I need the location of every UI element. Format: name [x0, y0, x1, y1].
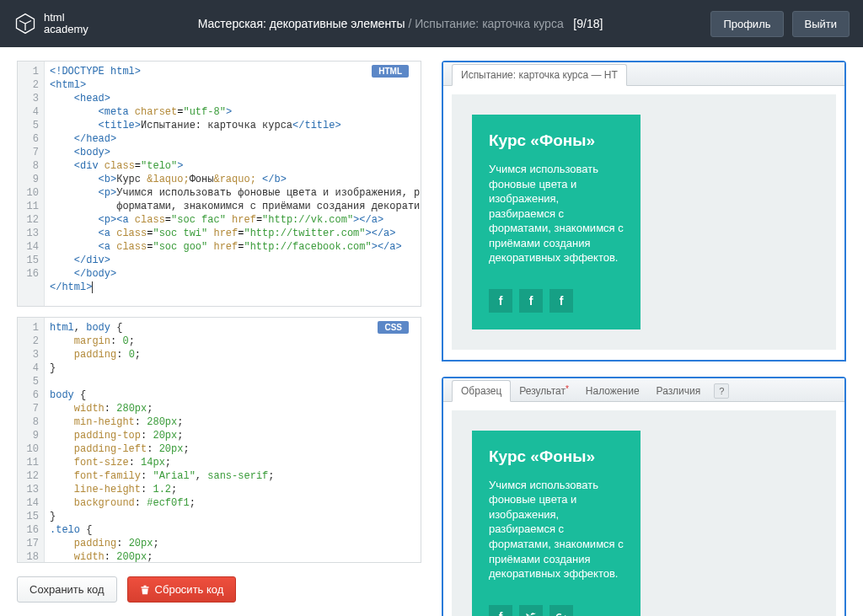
breadcrumb-sub: Испытание: карточка курса: [415, 17, 563, 30]
html-editor[interactable]: HTML 12345678910111213141516 <!DOCTYPE h…: [17, 61, 421, 307]
css-badge: CSS: [378, 321, 409, 334]
tab-result[interactable]: Результат*: [511, 381, 576, 401]
card-title: Курс «Фоны»: [489, 447, 624, 466]
logo-icon: [13, 12, 37, 35]
css-gutter: 123456789101112131415161718192021222324: [18, 318, 45, 562]
twitter-icon[interactable]: [519, 605, 543, 616]
result-body: Курс «Фоны» Учимся использовать фоновые …: [452, 94, 836, 350]
card-text: Учимся использовать фоновые цвета и изоб…: [489, 478, 624, 581]
social-row: f: [489, 605, 624, 616]
breadcrumb-main[interactable]: Мастерская: декоративные элементы: [198, 17, 405, 30]
logo-text: html academy: [44, 12, 88, 36]
topbar-buttons: Профиль Выйти: [710, 11, 850, 37]
reference-card: Курс «Фоны» Учимся использовать фоновые …: [472, 431, 641, 616]
facebook-icon[interactable]: f: [489, 289, 512, 313]
reference-body: Курс «Фоны» Учимся использовать фоновые …: [452, 410, 836, 616]
result-pane-tabbar: Испытание: карточка курса — HT: [443, 62, 844, 86]
result-pane: Испытание: карточка курса — HT Курс «Фон…: [442, 61, 846, 362]
facebook-icon[interactable]: f: [489, 605, 512, 616]
reset-button[interactable]: Сбросить код: [127, 576, 237, 603]
result-tab[interactable]: Испытание: карточка курса — HT: [452, 64, 627, 86]
googleplus-icon[interactable]: [549, 605, 573, 616]
html-badge: HTML: [372, 65, 409, 78]
reference-tabbar: Образец Результат* Наложение Различия ?: [443, 378, 844, 402]
tab-sample[interactable]: Образец: [452, 380, 511, 402]
card-text: Учимся использовать фоновые цвета и изоб…: [489, 162, 624, 265]
css-code[interactable]: html, body { margin: 0; padding: 0;} bod…: [45, 318, 421, 562]
trash-icon: [140, 585, 150, 595]
tab-overlay[interactable]: Наложение: [577, 381, 648, 401]
main-area: HTML 12345678910111213141516 <!DOCTYPE h…: [0, 47, 863, 616]
css-editor[interactable]: CSS 123456789101112131415161718192021222…: [17, 317, 421, 563]
facebook-icon[interactable]: f: [549, 289, 573, 313]
social-row: f f f: [489, 289, 624, 313]
preview-column: Испытание: карточка курса — HT Курс «Фон…: [442, 61, 846, 616]
facebook-icon[interactable]: f: [519, 289, 543, 313]
card-title: Курс «Фоны»: [489, 131, 624, 150]
save-button[interactable]: Сохранить код: [17, 576, 117, 603]
html-gutter: 12345678910111213141516: [18, 62, 45, 306]
course-card: Курс «Фоны» Учимся использовать фоновые …: [472, 115, 641, 329]
html-code[interactable]: <!DOCTYPE html><html> <head> <meta chars…: [45, 62, 421, 306]
help-icon[interactable]: ?: [714, 383, 729, 399]
topbar: html academy Мастерская: декоративные эл…: [0, 0, 863, 47]
tab-diff[interactable]: Различия: [648, 381, 710, 401]
editors-column: HTML 12345678910111213141516 <!DOCTYPE h…: [17, 61, 421, 616]
logo[interactable]: html academy: [13, 12, 88, 36]
progress-counter: [9/18]: [573, 17, 603, 30]
reference-pane: Образец Результат* Наложение Различия ? …: [442, 377, 846, 616]
breadcrumb: Мастерская: декоративные элементы / Испы…: [198, 17, 711, 30]
profile-button[interactable]: Профиль: [710, 11, 783, 37]
editor-buttons: Сохранить код Сбросить код: [17, 576, 421, 603]
logout-button[interactable]: Выйти: [792, 11, 850, 37]
